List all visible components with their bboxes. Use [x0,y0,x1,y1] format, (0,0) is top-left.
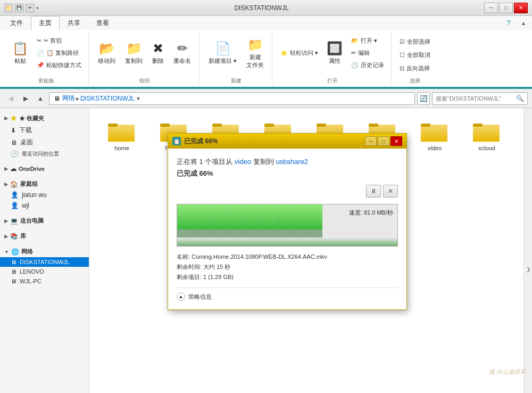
properties-button[interactable]: 🔲 属性 [323,38,346,68]
rename-button[interactable]: ✏ 重命名 [170,38,195,68]
new-folder-button[interactable]: 📁 新建 文件夹 [243,35,268,72]
right-panel-toggle[interactable]: ❯ [523,108,532,393]
forward-button[interactable]: ▶ [19,92,32,105]
dialog-app-icon: 📋 [172,137,181,145]
diskstation-icon: 🖥 [11,259,16,265]
close-button[interactable]: ✕ [514,3,528,13]
tab-home[interactable]: 主页 [31,16,60,31]
search-box[interactable]: 🔍 [432,92,528,105]
tab-share[interactable]: 共享 [60,16,88,30]
path-diskstation[interactable]: DISKSTATIONWJL [80,95,135,102]
minimize-button[interactable]: ─ [484,3,498,13]
sidebar-header-homegroup[interactable]: ▶ 🏠 家庭组 [0,178,89,190]
invert-icon: ⊡ [400,65,404,72]
dialog-close-button[interactable]: ✕ [390,136,402,146]
svg-rect-1 [108,125,135,142]
sidebar-header-library[interactable]: ▶ 📚 库 [0,231,89,242]
path-separator-1: ▸ [76,95,79,102]
dialog-minimize-button[interactable]: ─ [365,136,377,146]
open-button[interactable]: 📂 打开 ▾ [348,35,387,46]
summary-toggle[interactable]: ▲ 简略信息 [177,288,398,301]
sidebar-item-downloads[interactable]: ⬇ 下载 [0,124,89,136]
up-button[interactable]: ▲ [34,92,47,105]
select-all-button[interactable]: ☑ 全部选择 [397,36,433,47]
quick-save[interactable]: 💾 [15,4,23,12]
right-chevron-icon: ❯ [526,266,530,272]
sidebar-header-network[interactable]: ▼ 🌐 网络 [0,246,89,257]
folder-xcloud[interactable]: xcloud [463,117,511,155]
summary-label: 简略信息 [188,293,212,301]
sidebar: ▶ ★ ★ 收藏夹 ⬇ 下载 🖥 桌面 🕒 最近访问的位置 ▶ ☁ OneD [0,108,89,393]
cancel-transfer-button[interactable]: ✕ [383,185,398,198]
copy-to-button[interactable]: 📁 复制到 [121,38,146,68]
folder-video[interactable]: video [411,117,459,155]
help-button[interactable]: ? [502,17,515,29]
edit-button[interactable]: ✏ 编辑 [348,47,387,59]
sidebar-item-lenovo[interactable]: 🖥 LENOVO [0,267,89,276]
sidebar-section-favorites: ▶ ★ ★ 收藏夹 ⬇ 下载 🖥 桌面 🕒 最近访问的位置 [0,112,89,159]
maximize-button[interactable]: □ [499,3,513,13]
address-path[interactable]: 🖥 网络 ▸ DISKSTATIONWJL ▾ [49,92,415,105]
folder-home[interactable]: home [98,117,146,155]
sidebar-header-favorites[interactable]: ▶ ★ ★ 收藏夹 [0,112,89,124]
collapse-ribbon[interactable]: ▲ [517,17,530,29]
dialog-filename: 名称: Coming.Home.2014.1080P.WEB-DL.X264.A… [177,253,398,261]
new-item-icon: 📄 [215,41,231,56]
summary-chevron-icon: ▲ [177,292,185,301]
dialog-maximize-button[interactable]: □ [378,136,389,146]
sidebar-section-library: ▶ 📚 库 [0,231,89,242]
cut-button[interactable]: ✂ ✂ 剪切 [34,35,84,46]
sidebar-item-jialun[interactable]: 👤 jialun wu [0,190,89,200]
quick-undo[interactable]: ↩ [26,4,34,12]
dest-link[interactable]: usbshare2 [276,158,308,166]
move-to-button[interactable]: 📂 移动到 [94,38,119,68]
paste-icon: 📋 [12,41,28,56]
sidebar-item-recent[interactable]: 🕒 最近访问的位置 [0,149,89,159]
history-button[interactable]: 🕒 历史记录 [348,60,387,71]
recent-icon: 🕒 [11,150,19,158]
back-button[interactable]: ◀ [4,92,17,105]
clipboard-col: ✂ ✂ 剪切 📄 📋 复制路径 📌 粘贴快捷方式 [34,35,84,71]
title-controls: ─ □ ✕ [484,3,528,13]
sidebar-item-desktop[interactable]: 🖥 桌面 [0,136,89,149]
path-network[interactable]: 网络 [62,94,75,103]
easy-access-button[interactable]: ⭐ 轻松访问 ▾ [278,47,321,59]
tab-view[interactable]: 查看 [88,16,117,30]
refresh-button[interactable]: 🔄 [417,92,430,105]
sidebar-header-onedrive[interactable]: ▶ ☁ OneDrive [0,163,89,174]
sidebar-item-wjlpc[interactable]: 🖥 WJL-PC [0,276,89,286]
copy-progress-dialog[interactable]: 📋 已完成 66% ─ □ ✕ 正在将 1 个项目从 video 复制到 usb… [168,133,407,310]
paste-button[interactable]: 📋 粘贴 [9,38,32,68]
sidebar-header-thispc[interactable]: ▶ 💻 这台电脑 [0,215,89,226]
progress-fill [177,204,322,230]
open-edit-col: 📂 打开 ▾ ✏ 编辑 🕒 历史记录 [348,35,387,71]
paste-shortcut-button[interactable]: 📌 粘贴快捷方式 [34,60,84,71]
invert-select-button[interactable]: ⊡ 反向选择 [397,63,433,74]
folder-xcloud-label: xcloud [478,145,495,151]
source-link[interactable]: video [235,158,251,166]
network-icon: 🌐 [11,248,19,256]
select-none-button[interactable]: ☐ 全部取消 [397,50,433,61]
delete-icon: ✖ [153,41,163,56]
pause-button[interactable]: ⏸ [366,185,381,198]
search-input[interactable] [436,95,514,102]
move-icon: 📂 [99,41,115,56]
favorites-icon: ★ [10,114,17,122]
copy-path-button[interactable]: 📄 📋 复制路径 [34,47,84,59]
delete-button[interactable]: ✖ 删除 [148,38,168,68]
rename-icon: ✏ [177,41,188,56]
new-folder-label: 新建 文件夹 [246,53,264,69]
homegroup-icon: 🏠 [10,181,18,188]
sidebar-item-diskstation[interactable]: 🖥 DISKSTATIONWJL [0,257,89,267]
chevron-network: ▼ [4,249,9,255]
sidebar-item-wjl[interactable]: 👤 wjl [0,200,89,211]
new-item-button[interactable]: 📄 新建项目 ▾ [205,38,240,68]
tab-file[interactable]: 文件 [2,16,31,30]
dialog-percent: 已完成 66% [177,169,398,178]
search-icon[interactable]: 🔍 [516,95,524,102]
speed-label: 速度: 81.0 MB/秒 [349,209,393,217]
svg-rect-23 [473,124,483,127]
path-dropdown[interactable]: ▾ [137,95,140,102]
clipboard-buttons: 📋 粘贴 ✂ ✂ 剪切 📄 📋 复制路径 📌 粘贴快捷方式 [9,32,84,74]
chevron-onedrive: ▶ [4,166,8,171]
